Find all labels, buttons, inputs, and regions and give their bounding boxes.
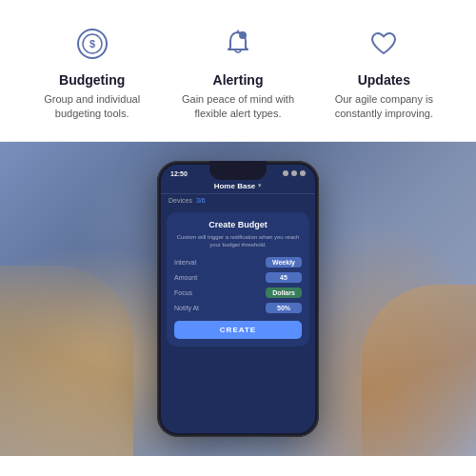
devices-row: Devices 3/6 — [161, 194, 315, 207]
budget-row-notify: Notify At 50% — [174, 303, 302, 313]
wifi-icon — [291, 170, 297, 176]
phone-mockup: 12:50 Home Base ▾ Devices 3/6 — [157, 161, 319, 437]
budget-card-title: Create Budget — [174, 220, 302, 229]
bell-icon — [217, 23, 259, 65]
interval-label: Interval — [174, 259, 196, 266]
budgeting-title: Budgeting — [59, 72, 125, 88]
phone-notch — [209, 161, 267, 180]
feature-updates: Updates Our agile company is constantly … — [311, 23, 457, 122]
svg-point-3 — [239, 31, 247, 39]
focus-label: Focus — [174, 289, 192, 296]
phone-outer: 12:50 Home Base ▾ Devices 3/6 — [157, 161, 319, 437]
interval-value[interactable]: Weekly — [266, 257, 302, 268]
notify-label: Notify At — [174, 305, 199, 311]
feature-alerting: Alerting Gain peace of mind with flexibl… — [165, 23, 310, 122]
features-section: $ Budgeting Group and individual budgeti… — [0, 0, 476, 142]
devices-count: 3/6 — [196, 197, 206, 204]
budget-card-desc: Custom will trigger a notification when … — [174, 233, 302, 249]
amount-label: Amount — [174, 274, 197, 281]
budget-row-amount: Amount 45 — [174, 272, 302, 283]
budget-card: Create Budget Custom will trigger a noti… — [167, 212, 309, 347]
alerting-desc: Gain peace of mind with flexible alert t… — [172, 92, 303, 122]
notify-value[interactable]: 50% — [266, 303, 302, 313]
create-button[interactable]: CREATE — [174, 321, 302, 339]
budget-row-interval: Interval Weekly — [174, 257, 302, 268]
updates-title: Updates — [358, 72, 410, 88]
budget-row-focus: Focus Dollars — [174, 288, 302, 298]
signal-icon — [283, 170, 288, 176]
phone-screen: 12:50 Home Base ▾ Devices 3/6 — [161, 165, 315, 433]
feature-budgeting: $ Budgeting Group and individual budgeti… — [19, 23, 165, 122]
hands-left — [0, 266, 133, 456]
nav-title: Home Base — [214, 182, 256, 190]
photo-section: 12:50 Home Base ▾ Devices 3/6 — [0, 142, 476, 456]
nav-arrow-icon: ▾ — [258, 182, 262, 189]
focus-value[interactable]: Dollars — [266, 288, 302, 298]
alerting-title: Alerting — [213, 72, 264, 88]
amount-value[interactable]: 45 — [266, 272, 302, 283]
status-time: 12:50 — [170, 170, 188, 177]
svg-text:$: $ — [89, 38, 95, 50]
heart-icon — [363, 23, 405, 65]
phone-nav[interactable]: Home Base ▾ — [161, 179, 315, 194]
status-icons — [283, 170, 306, 176]
budgeting-desc: Group and individual budgeting tools. — [27, 92, 157, 122]
devices-label: Devices — [169, 197, 192, 204]
battery-icon — [300, 170, 306, 176]
updates-desc: Our agile company is constantly improvin… — [319, 92, 449, 122]
coin-icon: $ — [71, 23, 113, 65]
